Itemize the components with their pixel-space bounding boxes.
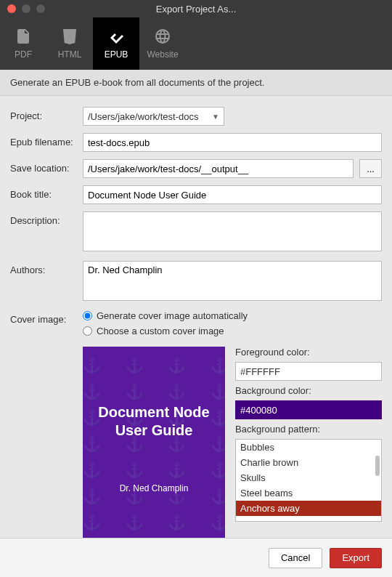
export-type-tabs: PDF HTML EPUB Website	[0, 17, 392, 70]
chevron-down-icon: ▼	[212, 113, 219, 121]
epub-filename-input[interactable]	[83, 133, 382, 152]
book-title-input[interactable]	[83, 185, 382, 204]
maximize-window-icon	[36, 4, 45, 13]
pattern-item[interactable]: Bubbles	[236, 440, 381, 455]
tab-website[interactable]: Website	[139, 17, 186, 70]
cover-preview-author: Dr. Ned Champlin	[120, 483, 189, 493]
close-window-icon[interactable]	[7, 4, 16, 13]
export-button[interactable]: Export	[330, 548, 382, 568]
title-bar: Export Project As...	[0, 0, 392, 17]
authors-label: Authors:	[10, 261, 83, 275]
save-location-label: Save location:	[10, 159, 83, 174]
minimize-window-icon	[22, 4, 30, 13]
pattern-item[interactable]: Skulls	[236, 470, 381, 485]
pdf-icon	[15, 28, 32, 45]
save-location-input[interactable]	[83, 159, 354, 178]
tab-html[interactable]: HTML	[46, 17, 93, 70]
authors-input[interactable]: Dr. Ned Champlin	[83, 261, 382, 301]
tab-pdf[interactable]: PDF	[0, 17, 46, 70]
project-select[interactable]: /Users/jake/work/test-docs ▼	[83, 107, 224, 126]
cover-preview-title: Document Node User Guide	[98, 403, 209, 440]
export-description: Generate an EPUB e-book from all documen…	[0, 70, 392, 96]
epub-filename-label: Epub filename:	[10, 133, 83, 148]
pattern-list[interactable]: BubblesCharlie brownSkullsSteel beamsAnc…	[235, 439, 382, 522]
description-input[interactable]	[83, 211, 382, 251]
globe-icon	[154, 28, 171, 45]
pattern-item[interactable]: Anchors away	[236, 501, 381, 516]
cover-preview: Document Node User Guide Dr. Ned Champli…	[83, 347, 225, 550]
html-icon	[61, 28, 78, 45]
project-label: Project:	[10, 107, 83, 121]
bg-color-input[interactable]: #400080	[235, 400, 382, 419]
tab-epub[interactable]: EPUB	[93, 17, 139, 70]
pattern-item[interactable]: Charlie brown	[236, 455, 381, 470]
bg-pattern-label: Background pattern:	[235, 424, 382, 435]
pattern-item[interactable]: Steel beams	[236, 485, 381, 501]
browse-button[interactable]: ...	[359, 159, 382, 178]
fg-color-input[interactable]: #FFFFFF	[235, 362, 382, 381]
cover-image-label: Cover image:	[10, 310, 83, 325]
form-area: Project: /Users/jake/work/test-docs ▼ Ep…	[0, 96, 392, 564]
cancel-button[interactable]: Cancel	[269, 548, 322, 568]
window-title: Export Project As...	[156, 4, 237, 15]
fg-color-label: Foreground color:	[235, 347, 382, 358]
cover-custom-radio[interactable]: Choose a custom cover image	[83, 326, 382, 336]
cover-auto-radio[interactable]: Generate cover image automatically	[83, 310, 382, 321]
scrollbar-thumb[interactable]	[375, 456, 380, 476]
button-bar: Cancel Export	[0, 538, 392, 577]
epub-icon	[107, 28, 125, 45]
description-label: Description:	[10, 211, 83, 226]
bg-color-label: Background color:	[235, 385, 382, 396]
book-title-label: Book title:	[10, 185, 83, 200]
